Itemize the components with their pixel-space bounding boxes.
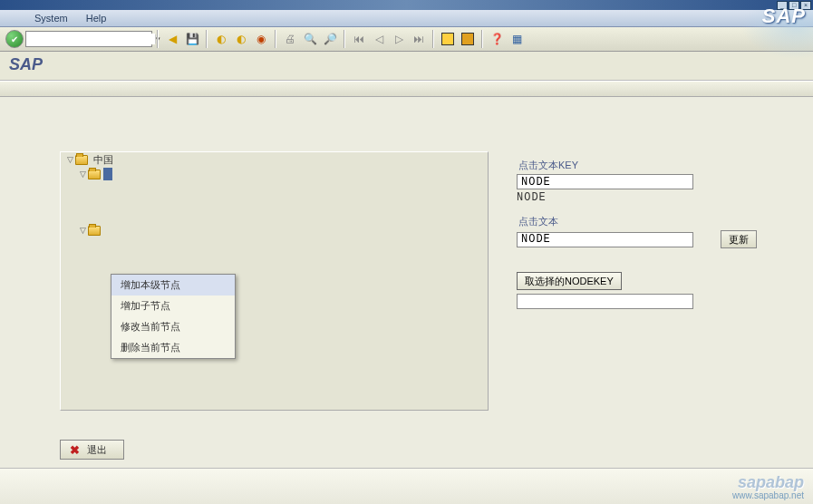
context-menu-add-child[interactable]: 增加子节点 bbox=[111, 296, 235, 316]
context-menu-edit[interactable]: 修改当前节点 bbox=[111, 316, 235, 337]
help-icon[interactable]: ❓ bbox=[488, 30, 506, 48]
toolbar-separator bbox=[481, 30, 483, 48]
tree-node-label: 中国 bbox=[91, 153, 116, 167]
key-field[interactable] bbox=[517, 174, 693, 189]
find-icon[interactable]: 🔍 bbox=[301, 30, 319, 48]
generate-shortcut-icon[interactable] bbox=[459, 30, 477, 48]
exit-icon[interactable]: ◐ bbox=[212, 30, 230, 48]
find-next-icon[interactable]: 🔎 bbox=[321, 30, 339, 48]
text-field[interactable] bbox=[517, 232, 693, 247]
menu-system[interactable]: System bbox=[25, 11, 77, 25]
work-area: ▽ 中国 ▽ ▽ 增加本级节点 增加子节点 修改当前节点 删除当前节点 点击文本… bbox=[0, 97, 813, 469]
next-page-icon[interactable]: ▷ bbox=[390, 30, 408, 48]
save-icon[interactable]: ◀ bbox=[163, 30, 181, 48]
toolbar-separator bbox=[432, 30, 434, 48]
exit-button-label: 退出 bbox=[87, 443, 107, 457]
status-bar: sapabap www.sapabap.net bbox=[0, 468, 813, 504]
watermark-url: www.sapabap.net bbox=[732, 490, 804, 500]
tree-node-child[interactable]: ▽ bbox=[61, 223, 488, 237]
standard-toolbar: ✔ ▾ ◀ 💾 ◐ ◐ ◉ 🖨 🔍 🔎 ⏮ ◁ ▷ ⏭ ❓ ▦ bbox=[0, 27, 813, 52]
sap-logo: SAP bbox=[762, 5, 806, 28]
back-icon[interactable]: 💾 bbox=[183, 30, 201, 48]
window-titlebar: _ □ × bbox=[0, 0, 813, 10]
tree-node-selected bbox=[103, 168, 112, 180]
menu-bar: System Help SAP bbox=[0, 10, 813, 27]
layout-icon[interactable]: ▦ bbox=[508, 30, 526, 48]
selected-nodekey-field[interactable] bbox=[517, 294, 693, 309]
expand-toggle-icon[interactable]: ▽ bbox=[77, 226, 88, 235]
toolbar-separator bbox=[206, 30, 208, 48]
context-menu: 增加本级节点 增加子节点 修改当前节点 删除当前节点 bbox=[111, 274, 236, 359]
key-readonly-text: NODE bbox=[517, 191, 770, 204]
command-field[interactable]: ▾ bbox=[25, 31, 152, 47]
tree-node-root[interactable]: ▽ 中国 bbox=[61, 152, 488, 167]
update-button[interactable]: 更新 bbox=[721, 230, 757, 248]
form-panel: 点击文本KEY NODE 点击文本 更新 取选择的NODEKEY bbox=[517, 151, 770, 309]
toolbar-separator bbox=[344, 30, 345, 48]
close-x-icon: ✖ bbox=[70, 443, 80, 457]
first-page-icon[interactable]: ⏮ bbox=[350, 30, 368, 48]
prev-page-icon[interactable]: ◁ bbox=[370, 30, 388, 48]
create-session-icon[interactable] bbox=[439, 30, 457, 48]
tree-node-child[interactable]: ▽ bbox=[61, 167, 488, 181]
exit-button[interactable]: ✖ 退出 bbox=[60, 440, 124, 460]
key-field-label: 点击文本KEY bbox=[517, 157, 770, 174]
enter-button[interactable]: ✔ bbox=[5, 30, 24, 48]
text-field-label: 点击文本 bbox=[517, 213, 770, 230]
context-menu-delete[interactable]: 删除当前节点 bbox=[111, 337, 235, 358]
menu-help[interactable]: Help bbox=[77, 11, 116, 25]
folder-icon bbox=[75, 155, 88, 165]
folder-icon bbox=[88, 170, 101, 179]
print-icon[interactable]: 🖨 bbox=[281, 30, 299, 48]
context-menu-add-sibling[interactable]: 增加本级节点 bbox=[111, 275, 235, 296]
toolbar-separator bbox=[275, 30, 276, 48]
toolbar-separator bbox=[157, 30, 159, 48]
get-selected-nodekey-button[interactable]: 取选择的NODEKEY bbox=[517, 272, 622, 290]
folder-icon bbox=[88, 226, 101, 236]
command-input[interactable] bbox=[26, 34, 155, 44]
watermark-brand: sapabap bbox=[738, 474, 804, 490]
application-title: SAP bbox=[0, 52, 813, 81]
last-page-icon[interactable]: ⏭ bbox=[410, 30, 428, 48]
cancel-red-icon[interactable]: ◉ bbox=[252, 30, 270, 48]
cancel-icon[interactable]: ◐ bbox=[232, 30, 250, 48]
expand-toggle-icon[interactable]: ▽ bbox=[77, 170, 88, 179]
app-toolbar-area bbox=[0, 81, 813, 97]
expand-toggle-icon[interactable]: ▽ bbox=[64, 155, 75, 164]
